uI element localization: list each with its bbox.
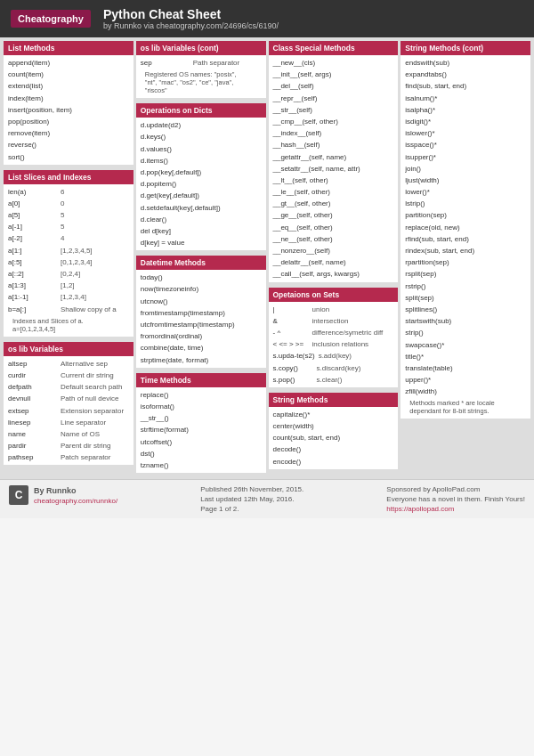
title: Python Cheat Sheet [103, 7, 279, 21]
subtitle: by Runnko via cheatography.com/24696/cs/… [103, 21, 279, 30]
footer-updated: Last updated 12th May, 2016. [200, 495, 303, 503]
list-item: append(item) [8, 57, 129, 69]
content-grid: List Methods append(item) count(item) ex… [0, 37, 534, 479]
list-item: remove(item) [8, 127, 129, 139]
logo: Cheatography [11, 10, 91, 28]
footer-sponsor-url[interactable]: https://apollopad.com [386, 505, 525, 513]
footer-page: Page 1 of 2. [200, 505, 303, 513]
list-item: reverse() [8, 139, 129, 150]
string-methods-body: capitalize()* center(width) count(sub, s… [269, 407, 399, 469]
column-1: List Methods append(item) count(item) ex… [4, 41, 134, 476]
column-2: os lib Variables (cont) sepPath separato… [136, 41, 266, 476]
ops-dicts-body: d.update(d2) d.keys() d.values() d.items… [136, 118, 266, 250]
os-lib-cont-header: os lib Variables (cont) [136, 41, 266, 55]
class-special-section: Class Special Methods __new__(cls) __ini… [269, 41, 399, 282]
list-methods-body: append(item) count(item) extend(list) in… [4, 55, 134, 165]
column-4: String Methods (cont) endswith(sub) expa… [400, 41, 530, 476]
footer-author-url[interactable]: cheatography.com/runnko/ [34, 497, 117, 505]
footer-published: Published 26th November, 2015. [200, 485, 303, 493]
ops-sets-body: |union &intersection - ^difference/symet… [269, 302, 399, 387]
list-item: count(item) [8, 69, 129, 80]
class-special-body: __new__(cls) __init__(self, args) __del_… [269, 55, 399, 282]
os-lib-cont-section: os lib Variables (cont) sepPath separato… [136, 41, 266, 98]
list-item: extend(list) [8, 80, 129, 92]
datetime-header: Datetime Methods [136, 256, 266, 270]
class-special-header: Class Special Methods [269, 41, 399, 55]
time-methods-body: replace() isoformat() __str__() strftime… [136, 387, 266, 473]
ops-dicts-section: Operations on Dicts d.update(d2) d.keys(… [136, 103, 266, 250]
ops-dicts-header: Operations on Dicts [136, 103, 266, 118]
footer-sponsor: Sponsored by ApolloPad.com [386, 485, 525, 493]
string-methods-note: Methods marked * are localedependant for… [405, 397, 526, 417]
string-methods-cont-body: endswith(sub) expandtabs() find(sub, sta… [400, 55, 530, 419]
list-slices-body: len(a)6 a[0]0 a[5]5 a[-1]5 a[-2]4 a[1:][… [4, 184, 134, 337]
list-methods-section: List Methods append(item) count(item) ex… [4, 41, 134, 165]
os-lib-section: os lib Variables altsepAlternative sep c… [4, 342, 134, 466]
time-methods-header: Time Methods [136, 373, 266, 387]
string-methods-cont-section: String Methods (cont) endswith(sub) expa… [400, 41, 530, 419]
datetime-body: today() now(timezoneinfo) utcnow() fromt… [136, 270, 266, 368]
list-item: insert(position, item) [8, 104, 129, 116]
string-methods-header: String Methods [269, 393, 399, 407]
string-methods-section: String Methods capitalize()* center(widt… [269, 393, 399, 469]
os-lib-header: os lib Variables [4, 342, 134, 356]
string-methods-cont-header: String Methods (cont) [400, 41, 530, 55]
list-slices-header: List Slices and Indexes [4, 170, 134, 184]
footer-author: By Runnko [34, 486, 117, 495]
footer-sponsor-desc: Everyone has a novel in them. Finish You… [386, 495, 525, 503]
ops-sets-header: Opetaions on Sets [269, 288, 399, 302]
ops-sets-section: Opetaions on Sets |union &intersection -… [269, 288, 399, 387]
list-slices-section: List Slices and Indexes len(a)6 a[0]0 a[… [4, 170, 134, 337]
list-item: sort() [8, 151, 129, 163]
list-slices-note: Indexes and Slices of a.a=[0,1,2,3,4,5] [8, 315, 129, 335]
list-methods-header: List Methods [4, 41, 134, 55]
os-lib-note: Registered OS names: "posix","nt", "mac"… [141, 69, 262, 96]
footer-logo: C [9, 485, 28, 505]
list-item: index(item) [8, 93, 129, 104]
time-methods-section: Time Methods replace() isoformat() __str… [136, 373, 266, 473]
header: Cheatography Python Cheat Sheet by Runnk… [0, 0, 534, 37]
column-3: Class Special Methods __new__(cls) __ini… [269, 41, 399, 476]
footer: C By Runnko cheatography.com/runnko/ Pub… [0, 479, 534, 518]
os-lib-cont-body: sepPath separator Registered OS names: "… [136, 55, 266, 98]
list-item: pop(position) [8, 116, 129, 127]
os-lib-body: altsepAlternative sep curdirCurrent dir … [4, 356, 134, 466]
datetime-section: Datetime Methods today() now(timezoneinf… [136, 256, 266, 368]
